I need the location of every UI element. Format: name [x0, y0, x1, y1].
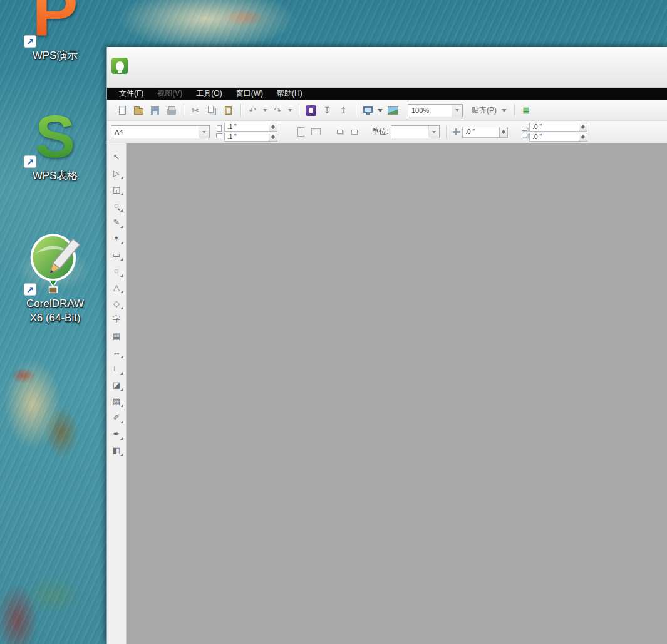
outline-pen-tool-icon: ✒ [113, 429, 120, 439]
undo-dropdown[interactable] [261, 103, 269, 117]
export-button[interactable]: ↥ [336, 103, 351, 118]
crop-tool-icon: ◱ [113, 185, 120, 194]
nudge-offset-field[interactable]: .0 " [462, 127, 500, 138]
outline-pen-tool[interactable]: ✒ [110, 427, 123, 440]
duplicate-distance-icons [522, 127, 527, 137]
app-icon[interactable] [111, 58, 128, 74]
landscape-button[interactable] [309, 125, 323, 139]
dimension-tool-icon: ↔ [113, 348, 121, 357]
polygon-tool[interactable]: △ [110, 280, 123, 294]
desktop-icon-coreldraw[interactable]: ↗ CorelDRAW X6 (64-Bit) [10, 232, 100, 326]
display-mode-dropdown[interactable] [376, 103, 384, 117]
cut-button[interactable]: ✂ [188, 103, 203, 118]
open-button[interactable] [131, 103, 146, 118]
drop-shadow-tool[interactable]: ◪ [110, 378, 123, 392]
new-document-icon [119, 106, 126, 115]
monitor-icon [363, 106, 373, 113]
duplicate-y-spinner[interactable] [579, 133, 587, 142]
page-height-field[interactable]: .1 " [224, 133, 269, 142]
desktop-icon-label: WPS表格 [10, 169, 100, 184]
freehand-tool-icon: ✎ [113, 217, 120, 227]
chevron-down-icon [263, 109, 267, 112]
portrait-button[interactable] [294, 125, 308, 139]
polygon-tool-icon: △ [113, 283, 120, 292]
print-button[interactable] [163, 103, 178, 118]
nudge-spinner[interactable] [500, 127, 508, 138]
snap-to-dropdown[interactable]: 贴齐(P) [468, 103, 510, 117]
options-button[interactable]: ≣ [519, 103, 534, 118]
pick-tool[interactable]: ↖ [110, 150, 123, 164]
menu-window[interactable]: 窗口(W) [229, 88, 270, 100]
snap-to-label: 贴齐(P) [472, 105, 497, 116]
undo-icon: ↶ [249, 105, 256, 115]
print-icon [167, 109, 176, 115]
undo-button[interactable]: ↶ [245, 103, 260, 118]
drawing-canvas[interactable] [126, 143, 667, 644]
import-button[interactable]: ↧ [319, 103, 334, 118]
shortcut-arrow-icon: ↗ [24, 35, 36, 48]
menu-tools[interactable]: 工具(O) [189, 88, 229, 100]
duplicate-x-field[interactable]: .0 " [529, 123, 579, 132]
zoom-level-combo[interactable]: 100% [408, 104, 463, 117]
drop-shadow-tool-icon: ◪ [113, 380, 120, 390]
shape-tool[interactable]: ▷ [110, 166, 123, 180]
workspace: ↖ ▷ ◱ ○ ✎ ✶ ▭ ○ △ ◇ 字 ▦ ↔ ∟ ◪ ▨ ✐ ✒ ◧ [107, 143, 667, 644]
page-height-spinner[interactable] [269, 133, 277, 142]
page-width-field[interactable]: .1 " [224, 123, 269, 132]
fill-tool[interactable]: ◧ [110, 443, 123, 457]
zoom-tool[interactable]: ○ [110, 199, 123, 212]
ellipse-tool[interactable]: ○ [110, 264, 123, 278]
copy-button[interactable] [204, 103, 219, 118]
rectangle-tool[interactable]: ▭ [110, 247, 123, 261]
text-tool[interactable]: 字 [110, 313, 123, 326]
shortcut-arrow-icon: ↗ [24, 155, 36, 168]
all-pages-button[interactable] [333, 125, 346, 139]
nudge-icon [453, 128, 460, 135]
desktop-icon-wps-spreadsheet[interactable]: S ↗ WPS表格 [10, 104, 100, 184]
display-mode-button[interactable] [360, 103, 375, 118]
new-document-button[interactable] [115, 103, 130, 118]
transparency-tool[interactable]: ▨ [110, 394, 123, 408]
units-combo[interactable] [391, 125, 440, 138]
connect-search-button[interactable] [303, 103, 318, 118]
connector-tool[interactable]: ∟ [110, 361, 123, 375]
duplicate-y-field[interactable]: .0 " [529, 133, 579, 142]
welcome-screen-button[interactable] [385, 103, 400, 118]
page-size-preset-combo[interactable]: A4 [111, 125, 210, 138]
crop-tool[interactable]: ◱ [110, 182, 123, 196]
eyedropper-tool-icon: ✐ [113, 413, 120, 422]
eyedropper-tool[interactable]: ✐ [110, 410, 123, 424]
redo-icon: ↷ [274, 105, 281, 115]
menu-view: 视图(V) [150, 88, 189, 100]
options-icon: ≣ [522, 105, 530, 115]
coreldraw-window: 文件(F) 视图(V) 工具(O) 窗口(W) 帮助(H) ✂ ↶ ↷ ↧ ↥ … [106, 47, 667, 644]
paste-button[interactable] [220, 103, 235, 118]
title-bar [107, 47, 667, 88]
transparency-tool-icon: ▨ [113, 397, 120, 406]
smart-fill-tool[interactable]: ✶ [110, 231, 123, 245]
shape-tool-icon: ▷ [113, 169, 120, 178]
duplicate-distance-group: .0 " .0 " [522, 123, 587, 142]
current-page-button[interactable] [348, 125, 361, 139]
basic-shapes-tool[interactable]: ◇ [110, 296, 123, 310]
chevron-down-icon [288, 109, 292, 112]
menu-help[interactable]: 帮助(H) [270, 88, 309, 100]
freehand-tool[interactable]: ✎ [110, 215, 123, 229]
import-icon: ↧ [323, 105, 331, 115]
duplicate-x-spinner[interactable] [579, 123, 587, 132]
shortcut-arrow-icon: ↗ [24, 283, 36, 296]
dimension-tool[interactable]: ↔ [110, 345, 123, 359]
page-landscape-mini-icon [216, 133, 222, 138]
page-width-spinner[interactable] [269, 123, 277, 132]
redo-button[interactable]: ↷ [270, 103, 285, 118]
desktop-icon-label: WPS演示 [10, 49, 100, 63]
export-icon: ↥ [339, 105, 347, 115]
desktop-icon-wps-presentation[interactable]: P ↗ WPS演示 [10, 0, 100, 63]
landscape-icon [311, 128, 321, 135]
redo-dropdown[interactable] [286, 103, 294, 117]
table-tool[interactable]: ▦ [110, 329, 123, 343]
portrait-icon [297, 127, 304, 137]
save-button[interactable] [147, 103, 162, 118]
menu-file[interactable]: 文件(F) [112, 88, 150, 100]
rectangle-tool-icon: ▭ [113, 250, 120, 259]
